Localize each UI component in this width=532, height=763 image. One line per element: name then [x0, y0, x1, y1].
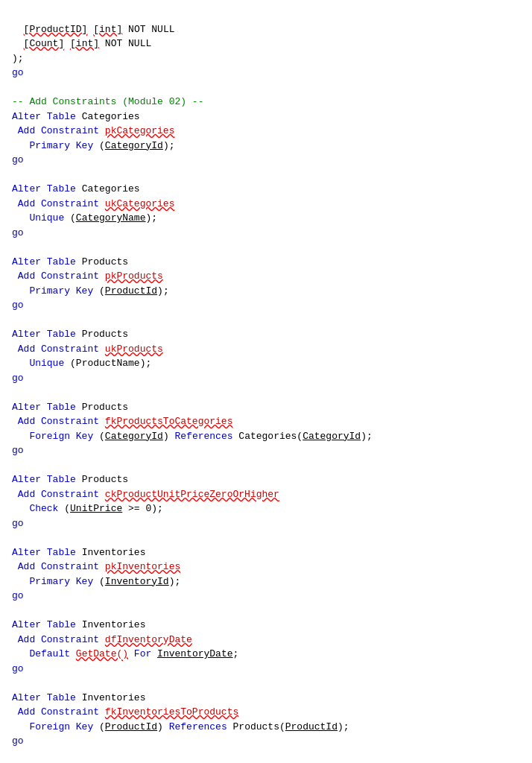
line-5: -- Add Constraints (Module 02) -- — [12, 96, 203, 107]
line-41: go — [12, 735, 24, 747]
line-23: Add Constraint fkProductsToCategories — [12, 416, 232, 427]
line-20: Unique (ProductName); — [12, 358, 151, 369]
line-19: Add Constraint ukProducts — [12, 343, 163, 355]
line-6: Alter Table Categories — [12, 111, 140, 122]
line-2: [Count] [int] NOT NULL — [12, 38, 151, 49]
line-33: go — [12, 590, 24, 601]
line-4: go — [12, 67, 24, 78]
line-13: go — [12, 227, 24, 238]
line-35: Add Constraint dfInventoryDate — [12, 634, 192, 645]
line-16: Primary Key (ProductId); — [12, 285, 169, 297]
line-27: Add Constraint ckProductUnitPriceZeroOrH… — [12, 489, 279, 500]
line-34: Alter Table Inventories — [12, 619, 145, 630]
line-9: go — [12, 154, 24, 165]
line-18: Alter Table Products — [12, 329, 128, 340]
line-3: ); — [12, 53, 24, 64]
line-29: go — [12, 518, 24, 529]
line-26: Alter Table Products — [12, 474, 128, 485]
line-32: Primary Key (InventoryId); — [12, 576, 180, 587]
line-1: [ProductID] [int] NOT NULL — [12, 24, 175, 35]
line-11: Add Constraint ukCategories — [12, 198, 174, 209]
line-14: Alter Table Products — [12, 256, 128, 267]
line-38: Alter Table Inventories — [12, 692, 145, 703]
line-37: go — [12, 663, 24, 674]
line-24: Foreign Key (CategoryId) References Cate… — [12, 431, 373, 442]
line-17: go — [12, 300, 24, 311]
line-10: Alter Table Categories — [12, 183, 140, 194]
line-25: go — [12, 445, 24, 456]
code-editor: [ProductID] [int] NOT NULL [Count] [int]… — [12, 7, 520, 763]
line-12: Unique (CategoryName); — [12, 212, 157, 224]
line-22: Alter Table Products — [12, 402, 128, 413]
line-30: Alter Table Inventories — [12, 547, 145, 558]
line-28: Check (UnitPrice >= 0); — [12, 503, 163, 514]
line-31: Add Constraint pkInventories — [12, 561, 180, 572]
line-40: Foreign Key (ProductId) References Produ… — [12, 721, 349, 732]
line-39: Add Constraint fkInventoriesToProducts — [12, 706, 238, 718]
line-15: Add Constraint pkProducts — [12, 270, 163, 282]
line-8: Primary Key (CategoryId); — [12, 140, 174, 151]
line-21: go — [12, 373, 24, 384]
line-36: Default GetDate() For InventoryDate; — [12, 648, 238, 659]
line-7: Add Constraint pkCategories — [12, 125, 174, 136]
